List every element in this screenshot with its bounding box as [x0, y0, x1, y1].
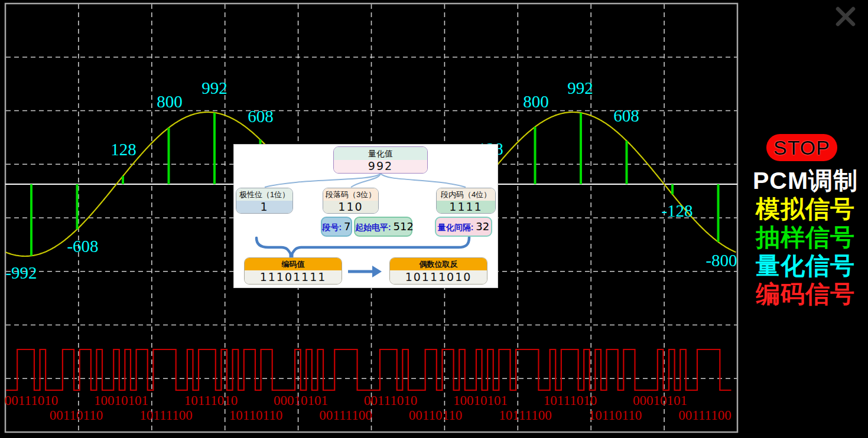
segment-number-chip: 段号: 7	[321, 217, 352, 237]
code-label: 10010101	[453, 393, 508, 408]
code-labels: 0011101000110110100101011011110010111010…	[5, 393, 732, 423]
code-label: 00010101	[633, 393, 687, 408]
quantized-value-title: 量化值	[334, 147, 427, 160]
code-label: 00111010	[5, 393, 58, 408]
intra-segment-code-box: 段内码（4位） 1111	[436, 188, 496, 214]
segment-code-value: 110	[323, 201, 378, 213]
arrow-head-icon	[372, 266, 382, 277]
legend-quantize-signal: 量化信号	[743, 253, 867, 279]
code-waveform	[6, 349, 732, 390]
polarity-bit-value: 1	[236, 201, 292, 213]
code-label: 00111010	[364, 393, 417, 408]
start-level-label: 起始电平:	[355, 223, 391, 232]
quant-interval-value: 32	[476, 220, 489, 233]
intra-segment-code-title: 段内码（4位）	[437, 188, 495, 201]
quantized-value: 992	[334, 160, 427, 173]
legend-encode-signal: 编码信号	[743, 281, 867, 307]
quantize-value-label: 800	[157, 92, 183, 111]
code-label: 00111100	[678, 408, 731, 423]
start-level-value: 512	[394, 220, 414, 233]
code-label: 00010101	[274, 393, 328, 408]
intra-segment-code-value: 1111	[437, 201, 495, 213]
polarity-bit-box: 极性位（1位） 1	[236, 188, 293, 214]
quantize-value-label: 992	[567, 79, 593, 97]
encoded-value-box: 编码值 11101111	[244, 257, 342, 285]
encoded-value-title: 编码值	[245, 258, 342, 270]
code-label: 00110110	[409, 408, 462, 423]
legend-sample-signal: 抽样信号	[743, 224, 867, 250]
segment-code-title: 段落码（3位）	[323, 188, 378, 201]
quantize-value-label: -800	[706, 251, 737, 270]
code-label: 10110110	[589, 408, 642, 423]
start-level-chip: 起始电平: 512	[354, 217, 412, 237]
quantize-value-label: -128	[661, 201, 693, 220]
legend-analog-signal: 模拟信号	[743, 196, 867, 222]
segment-number-value: 7	[344, 220, 350, 233]
code-label: 10010101	[94, 393, 148, 408]
close-icon[interactable]	[834, 5, 857, 29]
fan-connector	[265, 174, 381, 187]
code-label: 10111100	[139, 408, 192, 423]
segment-code-box: 段落码（3位） 110	[323, 188, 379, 214]
quantize-value-label: 608	[613, 106, 639, 125]
quantize-value-label: -992	[5, 263, 37, 282]
quantized-value-box: 量化值 992	[333, 146, 428, 174]
even-bit-inverted-box: 偶数位取反 10111010	[389, 257, 487, 285]
quantize-value-label: 128	[110, 140, 136, 159]
quantize-value-label: 608	[248, 107, 274, 126]
code-label: 00110110	[50, 408, 103, 423]
code-label: 00111100	[319, 408, 372, 423]
code-label: 10110110	[229, 408, 282, 423]
stop-button[interactable]: STOP	[766, 134, 837, 161]
code-label: 10111010	[184, 393, 238, 408]
pcm-app-window: -992-608128800992608128800992608-128-800…	[0, 0, 868, 438]
quantize-value-label: 992	[201, 79, 227, 97]
polarity-bit-title: 极性位（1位）	[236, 188, 292, 201]
code-label: 10111010	[544, 393, 597, 408]
quant-interval-chip: 量化间隔: 32	[435, 217, 492, 237]
even-bit-inverted-value: 10111010	[390, 270, 487, 284]
legend-pcm-title: PCM调制	[743, 168, 867, 194]
quant-interval-label: 量化间隔:	[438, 223, 474, 232]
encoded-value: 11101111	[245, 270, 342, 284]
code-label: 10111100	[499, 408, 551, 423]
quantize-value-label: -608	[67, 237, 98, 256]
fan-connector	[381, 174, 466, 187]
encoding-popup: 量化值 992 极性位（1位） 1 段落码（3位） 110 段内码（4位） 11…	[233, 144, 498, 288]
even-bit-inverted-title: 偶数位取反	[390, 258, 487, 270]
quantize-value-label: 800	[523, 92, 549, 111]
brace-connector	[256, 237, 469, 255]
segment-number-label: 段号:	[322, 223, 342, 232]
